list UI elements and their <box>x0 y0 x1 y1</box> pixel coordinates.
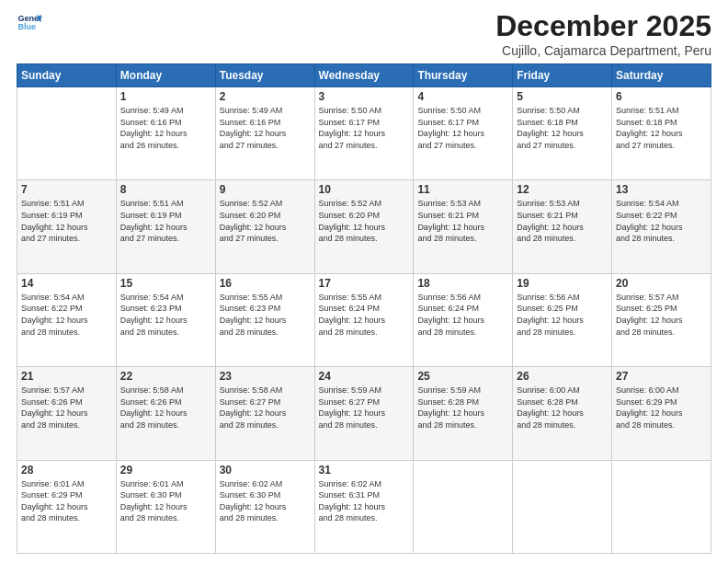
day-info: Sunrise: 5:50 AM Sunset: 6:17 PM Dayligh… <box>319 105 410 151</box>
header-thursday: Thursday <box>414 64 513 87</box>
day-info: Sunrise: 5:58 AM Sunset: 6:27 PM Dayligh… <box>220 385 311 431</box>
day-number: 17 <box>319 277 410 290</box>
day-number: 7 <box>21 183 112 196</box>
table-row: 9Sunrise: 5:52 AM Sunset: 6:20 PM Daylig… <box>215 180 314 273</box>
day-info: Sunrise: 6:00 AM Sunset: 6:29 PM Dayligh… <box>616 385 707 431</box>
header-tuesday: Tuesday <box>215 64 314 87</box>
calendar-week-row: 28Sunrise: 6:01 AM Sunset: 6:29 PM Dayli… <box>17 460 711 553</box>
day-number: 4 <box>417 90 508 103</box>
day-number: 19 <box>517 277 608 290</box>
table-row: 22Sunrise: 5:58 AM Sunset: 6:26 PM Dayli… <box>116 367 215 460</box>
day-info: Sunrise: 5:58 AM Sunset: 6:26 PM Dayligh… <box>120 385 211 431</box>
page: General Blue December 2025 Cujillo, Caja… <box>0 0 728 563</box>
day-number: 1 <box>120 90 211 103</box>
calendar-table: Sunday Monday Tuesday Wednesday Thursday… <box>17 63 711 554</box>
day-number: 18 <box>417 277 508 290</box>
table-row: 28Sunrise: 6:01 AM Sunset: 6:29 PM Dayli… <box>17 460 117 553</box>
day-info: Sunrise: 5:50 AM Sunset: 6:18 PM Dayligh… <box>517 105 608 151</box>
day-info: Sunrise: 5:51 AM Sunset: 6:19 PM Dayligh… <box>21 198 112 244</box>
day-info: Sunrise: 5:56 AM Sunset: 6:25 PM Dayligh… <box>517 292 608 338</box>
day-info: Sunrise: 5:56 AM Sunset: 6:24 PM Dayligh… <box>417 292 508 338</box>
header-sunday: Sunday <box>17 64 117 87</box>
day-number: 14 <box>21 277 112 290</box>
day-number: 27 <box>616 370 707 383</box>
table-row: 24Sunrise: 5:59 AM Sunset: 6:27 PM Dayli… <box>314 367 414 460</box>
header-monday: Monday <box>116 64 215 87</box>
logo-icon: General Blue <box>17 9 42 35</box>
day-info: Sunrise: 5:51 AM Sunset: 6:18 PM Dayligh… <box>616 105 707 151</box>
table-row: 14Sunrise: 5:54 AM Sunset: 6:22 PM Dayli… <box>17 273 117 366</box>
calendar-week-row: 21Sunrise: 5:57 AM Sunset: 6:26 PM Dayli… <box>17 367 711 460</box>
table-row: 1Sunrise: 5:49 AM Sunset: 6:16 PM Daylig… <box>116 87 215 180</box>
day-number: 26 <box>517 370 608 383</box>
day-info: Sunrise: 5:59 AM Sunset: 6:28 PM Dayligh… <box>417 385 508 431</box>
title-section: December 2025 Cujillo, Cajamarca Departm… <box>495 9 711 58</box>
header: General Blue December 2025 Cujillo, Caja… <box>17 9 711 58</box>
calendar-header-row: Sunday Monday Tuesday Wednesday Thursday… <box>17 64 711 87</box>
day-info: Sunrise: 5:54 AM Sunset: 6:22 PM Dayligh… <box>616 198 707 244</box>
table-row: 27Sunrise: 6:00 AM Sunset: 6:29 PM Dayli… <box>612 367 711 460</box>
day-info: Sunrise: 5:54 AM Sunset: 6:22 PM Dayligh… <box>21 292 112 338</box>
table-row: 6Sunrise: 5:51 AM Sunset: 6:18 PM Daylig… <box>612 87 711 180</box>
day-number: 9 <box>220 183 311 196</box>
day-info: Sunrise: 5:55 AM Sunset: 6:24 PM Dayligh… <box>319 292 410 338</box>
day-info: Sunrise: 5:57 AM Sunset: 6:25 PM Dayligh… <box>616 292 707 338</box>
table-row: 16Sunrise: 5:55 AM Sunset: 6:23 PM Dayli… <box>215 273 314 366</box>
day-number: 16 <box>220 277 311 290</box>
day-info: Sunrise: 6:02 AM Sunset: 6:31 PM Dayligh… <box>319 478 410 524</box>
header-friday: Friday <box>513 64 612 87</box>
day-info: Sunrise: 5:59 AM Sunset: 6:27 PM Dayligh… <box>319 385 410 431</box>
day-info: Sunrise: 5:52 AM Sunset: 6:20 PM Dayligh… <box>220 198 311 244</box>
day-number: 30 <box>220 464 311 477</box>
day-info: Sunrise: 5:51 AM Sunset: 6:19 PM Dayligh… <box>120 198 211 244</box>
table-row: 15Sunrise: 5:54 AM Sunset: 6:23 PM Dayli… <box>116 273 215 366</box>
table-row: 11Sunrise: 5:53 AM Sunset: 6:21 PM Dayli… <box>414 180 513 273</box>
calendar-week-row: 1Sunrise: 5:49 AM Sunset: 6:16 PM Daylig… <box>17 87 711 180</box>
calendar-week-row: 7Sunrise: 5:51 AM Sunset: 6:19 PM Daylig… <box>17 180 711 273</box>
table-row: 26Sunrise: 6:00 AM Sunset: 6:28 PM Dayli… <box>513 367 612 460</box>
table-row: 12Sunrise: 5:53 AM Sunset: 6:21 PM Dayli… <box>513 180 612 273</box>
table-row: 3Sunrise: 5:50 AM Sunset: 6:17 PM Daylig… <box>314 87 414 180</box>
day-info: Sunrise: 5:49 AM Sunset: 6:16 PM Dayligh… <box>120 105 211 151</box>
day-number: 29 <box>120 464 211 477</box>
day-number: 11 <box>417 183 508 196</box>
day-number: 2 <box>220 90 311 103</box>
header-saturday: Saturday <box>612 64 711 87</box>
subtitle: Cujillo, Cajamarca Department, Peru <box>495 43 711 58</box>
day-info: Sunrise: 5:53 AM Sunset: 6:21 PM Dayligh… <box>417 198 508 244</box>
day-number: 3 <box>319 90 410 103</box>
table-row: 29Sunrise: 6:01 AM Sunset: 6:30 PM Dayli… <box>116 460 215 553</box>
table-row: 23Sunrise: 5:58 AM Sunset: 6:27 PM Dayli… <box>215 367 314 460</box>
table-row: 30Sunrise: 6:02 AM Sunset: 6:30 PM Dayli… <box>215 460 314 553</box>
day-number: 20 <box>616 277 707 290</box>
logo: General Blue <box>17 9 42 35</box>
table-row <box>17 87 117 180</box>
day-info: Sunrise: 5:55 AM Sunset: 6:23 PM Dayligh… <box>220 292 311 338</box>
day-info: Sunrise: 5:52 AM Sunset: 6:20 PM Dayligh… <box>319 198 410 244</box>
day-number: 22 <box>120 370 211 383</box>
table-row: 17Sunrise: 5:55 AM Sunset: 6:24 PM Dayli… <box>314 273 414 366</box>
table-row: 31Sunrise: 6:02 AM Sunset: 6:31 PM Dayli… <box>314 460 414 553</box>
day-info: Sunrise: 5:57 AM Sunset: 6:26 PM Dayligh… <box>21 385 112 431</box>
calendar-week-row: 14Sunrise: 5:54 AM Sunset: 6:22 PM Dayli… <box>17 273 711 366</box>
table-row: 13Sunrise: 5:54 AM Sunset: 6:22 PM Dayli… <box>612 180 711 273</box>
header-wednesday: Wednesday <box>314 64 414 87</box>
table-row: 5Sunrise: 5:50 AM Sunset: 6:18 PM Daylig… <box>513 87 612 180</box>
table-row: 2Sunrise: 5:49 AM Sunset: 6:16 PM Daylig… <box>215 87 314 180</box>
table-row: 25Sunrise: 5:59 AM Sunset: 6:28 PM Dayli… <box>414 367 513 460</box>
table-row <box>414 460 513 553</box>
table-row: 20Sunrise: 5:57 AM Sunset: 6:25 PM Dayli… <box>612 273 711 366</box>
table-row: 7Sunrise: 5:51 AM Sunset: 6:19 PM Daylig… <box>17 180 117 273</box>
table-row: 18Sunrise: 5:56 AM Sunset: 6:24 PM Dayli… <box>414 273 513 366</box>
month-title: December 2025 <box>495 9 711 43</box>
day-number: 31 <box>319 464 410 477</box>
day-info: Sunrise: 6:01 AM Sunset: 6:29 PM Dayligh… <box>21 478 112 524</box>
day-info: Sunrise: 5:50 AM Sunset: 6:17 PM Dayligh… <box>417 105 508 151</box>
table-row <box>513 460 612 553</box>
table-row: 4Sunrise: 5:50 AM Sunset: 6:17 PM Daylig… <box>414 87 513 180</box>
day-info: Sunrise: 5:53 AM Sunset: 6:21 PM Dayligh… <box>517 198 608 244</box>
svg-text:Blue: Blue <box>17 22 36 31</box>
day-number: 28 <box>21 464 112 477</box>
day-number: 8 <box>120 183 211 196</box>
table-row: 10Sunrise: 5:52 AM Sunset: 6:20 PM Dayli… <box>314 180 414 273</box>
